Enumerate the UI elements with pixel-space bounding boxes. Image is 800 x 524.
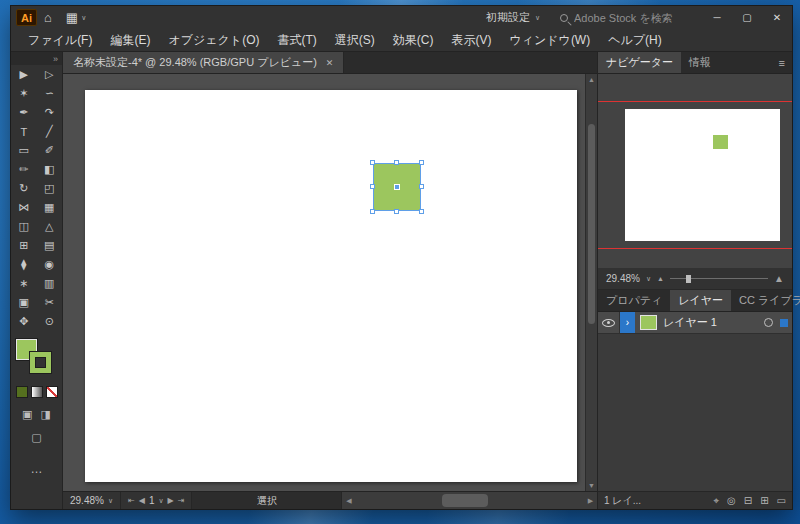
workspace-switcher[interactable]: ▦ ∨ xyxy=(59,6,93,29)
maximize-button[interactable]: ▢ xyxy=(732,6,762,29)
menu-item[interactable]: 選択(S) xyxy=(326,29,384,51)
zoom-in-icon[interactable]: ▲ xyxy=(774,273,784,284)
symbol-sprayer-tool[interactable]: ∗ xyxy=(11,274,37,293)
gradient-tool[interactable]: ▤ xyxy=(37,236,63,255)
scroll-down-icon[interactable]: ▼ xyxy=(586,482,597,489)
type-tool[interactable]: T xyxy=(11,122,37,141)
zoom-dropdown[interactable]: 29.48% ∨ xyxy=(63,492,121,509)
rotate-tool[interactable]: ↻ xyxy=(11,179,37,198)
selection-handle[interactable] xyxy=(394,209,399,214)
delete-layer-icon[interactable]: ▭ xyxy=(777,495,786,507)
eraser-tool[interactable]: ◧ xyxy=(37,160,63,179)
center-point[interactable] xyxy=(394,184,400,190)
layer-thumbnail[interactable] xyxy=(640,315,657,330)
vertical-scrollbar-thumb[interactable] xyxy=(588,124,595,324)
menu-item[interactable]: 編集(E) xyxy=(101,29,159,51)
menu-item[interactable]: 表示(V) xyxy=(442,29,500,51)
menu-item[interactable]: ウィンドウ(W) xyxy=(500,29,599,51)
menu-item[interactable]: 書式(T) xyxy=(268,29,325,51)
visibility-toggle[interactable] xyxy=(598,312,620,333)
direct-selection-tool[interactable]: ▷ xyxy=(37,65,63,84)
scale-tool[interactable]: ◰ xyxy=(37,179,63,198)
toolbar-collapse-button[interactable]: » xyxy=(11,52,62,65)
line-segment-tool[interactable]: ╱ xyxy=(37,122,63,141)
horizontal-scrollbar-thumb[interactable] xyxy=(442,494,488,507)
pencil-tool[interactable]: ✏ xyxy=(11,160,37,179)
column-graph-tool[interactable]: ▥ xyxy=(37,274,63,293)
selection-handle[interactable] xyxy=(370,160,375,165)
pen-tool[interactable]: ✒ xyxy=(11,103,37,122)
gradient-button[interactable] xyxy=(31,386,43,398)
lasso-tool[interactable]: ∽ xyxy=(37,84,63,103)
tab-info[interactable]: 情報 xyxy=(681,52,719,73)
menu-item[interactable]: ヘルプ(H) xyxy=(599,29,671,51)
scroll-up-icon[interactable]: ▲ xyxy=(586,76,597,83)
paintbrush-tool[interactable]: ✐ xyxy=(37,141,63,160)
edit-toolbar-button[interactable]: … xyxy=(31,462,43,476)
horizontal-scrollbar[interactable]: ◀ ▶ xyxy=(342,492,597,509)
eyedropper-tool[interactable]: ⧫ xyxy=(11,255,37,274)
artboard-number[interactable]: 1 xyxy=(149,495,155,506)
tab-navigator[interactable]: ナビゲーター xyxy=(598,52,681,73)
new-layer-icon[interactable]: ⊞ xyxy=(760,495,768,507)
vertical-scrollbar[interactable]: ▲ ▼ xyxy=(585,74,597,491)
app-icon[interactable]: Ai xyxy=(16,9,37,26)
zoom-out-icon[interactable]: ▲ xyxy=(657,275,664,282)
selection-tool[interactable]: ▶ xyxy=(11,65,37,84)
canvas[interactable]: ▲ ▼ xyxy=(63,74,597,491)
zoom-slider-thumb[interactable] xyxy=(686,275,691,283)
curvature-tool[interactable]: ↷ xyxy=(37,103,63,122)
color-button[interactable] xyxy=(16,386,28,398)
menu-item[interactable]: オブジェクト(O) xyxy=(159,29,268,51)
shape-builder-tool[interactable]: ◫ xyxy=(11,217,37,236)
layer-row[interactable]: › レイヤー 1 xyxy=(598,312,792,334)
selection-indicator[interactable] xyxy=(780,319,788,327)
zoom-tool[interactable]: ⊙ xyxy=(37,312,63,331)
slice-tool[interactable]: ✂ xyxy=(37,293,63,312)
previous-artboard-icon[interactable]: ◀ xyxy=(139,496,145,505)
document-tab[interactable]: 名称未設定-4* @ 29.48% (RGB/GPU プレビュー) ✕ xyxy=(63,52,344,73)
target-icon[interactable] xyxy=(764,318,773,327)
hand-tool[interactable]: ✥ xyxy=(11,312,37,331)
artboard-tool[interactable]: ▣ xyxy=(11,293,37,312)
blend-tool[interactable]: ◉ xyxy=(37,255,63,274)
panel-menu-icon[interactable]: ≡ xyxy=(772,52,792,73)
home-icon[interactable]: ⌂ xyxy=(37,6,59,29)
tab-layers[interactable]: レイヤー xyxy=(670,290,731,311)
workspace-preset-dropdown[interactable]: 初期設定 ∨ xyxy=(476,10,550,25)
width-tool[interactable]: ⋈ xyxy=(11,198,37,217)
navigator-preview[interactable] xyxy=(598,74,792,268)
menu-item[interactable]: ファイル(F) xyxy=(19,29,101,51)
rectangle-tool[interactable]: ▭ xyxy=(11,141,37,160)
close-button[interactable]: ✕ xyxy=(762,6,792,29)
menu-item[interactable]: 効果(C) xyxy=(384,29,443,51)
tab-cc-libraries[interactable]: CC ライブラリ xyxy=(731,290,800,311)
next-artboard-icon[interactable]: ▶ xyxy=(168,496,174,505)
locate-object-icon[interactable]: ⌖ xyxy=(713,495,719,507)
selection-handle[interactable] xyxy=(419,209,424,214)
scroll-left-icon[interactable]: ◀ xyxy=(342,497,355,505)
magic-wand-tool[interactable]: ✶ xyxy=(11,84,37,103)
tab-close-icon[interactable]: ✕ xyxy=(326,58,334,68)
screen-mode-icon[interactable]: ▢ xyxy=(31,431,41,444)
selection-handle[interactable] xyxy=(419,160,424,165)
selection-handle[interactable] xyxy=(370,184,375,189)
selection-handle[interactable] xyxy=(370,209,375,214)
new-sublayer-icon[interactable]: ⊟ xyxy=(744,495,752,507)
stroke-color-swatch[interactable] xyxy=(30,352,51,373)
search-input[interactable] xyxy=(574,12,684,24)
navigator-zoom-value[interactable]: 29.48% xyxy=(606,273,640,284)
draw-normal-icon[interactable]: ▣ xyxy=(22,408,32,421)
layer-expander[interactable]: › xyxy=(620,312,635,333)
mesh-tool[interactable]: ⊞ xyxy=(11,236,37,255)
draw-behind-icon[interactable]: ◨ xyxy=(41,408,51,421)
tab-properties[interactable]: プロパティ xyxy=(598,290,670,311)
perspective-grid-tool[interactable]: △ xyxy=(37,217,63,236)
minimize-button[interactable]: ─ xyxy=(702,6,732,29)
selection-handle[interactable] xyxy=(419,184,424,189)
free-transform-tool[interactable]: ▦ xyxy=(37,198,63,217)
zoom-slider[interactable] xyxy=(670,273,768,284)
none-button[interactable] xyxy=(46,386,58,398)
layer-name[interactable]: レイヤー 1 xyxy=(663,315,764,330)
selection-handle[interactable] xyxy=(394,160,399,165)
